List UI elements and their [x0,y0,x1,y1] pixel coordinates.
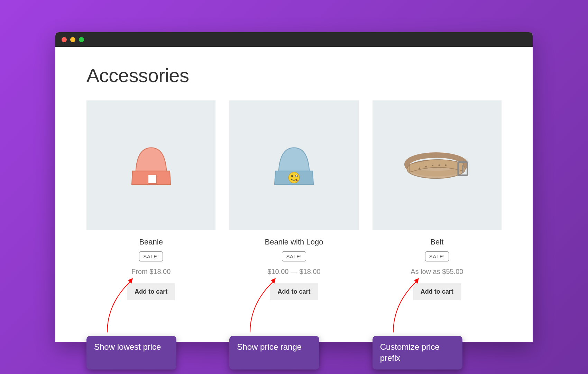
add-to-cart-button[interactable]: Add to cart [127,283,175,300]
add-to-cart-button[interactable]: Add to cart [270,283,318,300]
traffic-lights [62,37,84,42]
product-card-belt[interactable]: Belt SALE! As low as $55.00 Add to cart [373,100,502,300]
svg-point-10 [425,166,427,167]
close-window-button[interactable] [62,37,67,42]
product-price: From $18.00 [131,268,171,276]
svg-point-12 [439,164,440,166]
minimize-window-button[interactable] [70,37,75,42]
page-content: Accessories Beanie SALE! From $18.00 Add… [55,47,533,341]
beanie-icon [112,126,190,204]
svg-point-4 [296,176,297,177]
svg-point-9 [419,168,420,169]
page-title: Accessories [86,64,502,87]
product-name: Beanie [139,238,163,247]
svg-point-1 [288,172,299,183]
svg-point-2 [291,175,293,177]
product-grid: Beanie SALE! From $18.00 Add to cart [86,100,502,300]
product-price: As low as $55.00 [411,268,463,276]
product-price: $10.00 — $18.00 [267,268,320,276]
product-image [229,100,358,230]
sale-badge: SALE! [282,251,306,261]
beanie-logo-icon [255,126,333,204]
svg-point-11 [432,165,433,166]
browser-window: Accessories Beanie SALE! From $18.00 Add… [55,32,533,341]
belt-icon [398,126,476,204]
svg-point-13 [445,164,447,166]
maximize-window-button[interactable] [79,37,84,42]
product-card-beanie-logo[interactable]: Beanie with Logo SALE! $10.00 — $18.00 A… [229,100,358,300]
svg-rect-0 [148,175,157,184]
product-image [373,100,502,230]
sale-badge: SALE! [139,251,163,261]
add-to-cart-button[interactable]: Add to cart [413,283,461,300]
product-card-beanie[interactable]: Beanie SALE! From $18.00 Add to cart [86,100,215,300]
product-name: Beanie with Logo [265,238,323,247]
sale-badge: SALE! [425,251,449,261]
product-image [86,100,215,230]
window-titlebar [55,32,533,47]
product-name: Belt [430,238,443,247]
